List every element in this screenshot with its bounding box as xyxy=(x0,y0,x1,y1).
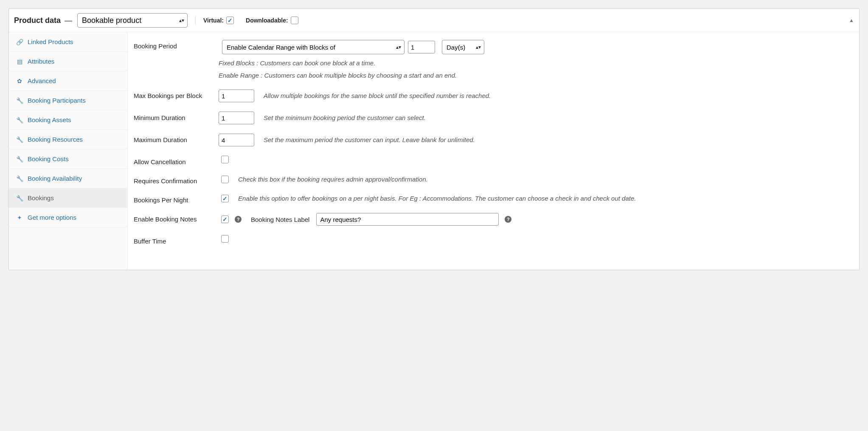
sidebar-item-label: Booking Participants xyxy=(28,97,86,104)
sidebar-item-label: Booking Assets xyxy=(28,116,71,123)
label-max-duration: Maximum Duration xyxy=(134,134,219,143)
sidebar-item-label: Booking Costs xyxy=(28,155,69,162)
help-icon[interactable]: ? xyxy=(235,216,242,223)
buffer-time-checkbox[interactable] xyxy=(221,235,229,243)
sidebar-item-booking-costs[interactable]: 🔧Booking Costs xyxy=(9,149,127,169)
hint-requires-confirm: Check this box if the booking requires a… xyxy=(238,175,853,185)
content: Booking Period Enable Calendar Range wit… xyxy=(128,32,859,270)
row-allow-cancel: Allow Cancellation xyxy=(134,156,853,165)
sidebar-item-booking-availability[interactable]: 🔧Booking Availability xyxy=(9,169,127,188)
downloadable-checkbox[interactable] xyxy=(291,17,298,24)
sidebar-item-attributes[interactable]: ▤Attributes xyxy=(9,52,127,71)
wrench-icon: 🔧 xyxy=(16,117,23,123)
wrench-icon: 🔧 xyxy=(16,175,23,182)
sidebar-item-label: Advanced xyxy=(28,77,56,84)
label-allow-cancel: Allow Cancellation xyxy=(134,156,219,165)
sidebar-item-linked-products[interactable]: 🔗Linked Products xyxy=(9,32,127,52)
panel-title: Product data — xyxy=(14,16,74,25)
downloadable-label-text: Downloadable: xyxy=(246,17,288,24)
hint-fixed-blocks: Fixed Blocks : Customers can book one bl… xyxy=(219,59,853,68)
hint-max-bookings: Allow multiple bookings for the same blo… xyxy=(264,91,853,101)
downloadable-label[interactable]: Downloadable: xyxy=(246,17,298,24)
sidebar-item-label: Booking Resources xyxy=(28,136,83,143)
booking-notes-label-input[interactable] xyxy=(316,213,499,226)
sidebar-item-booking-participants[interactable]: 🔧Booking Participants xyxy=(9,91,127,110)
sparkle-icon: ✦ xyxy=(16,214,23,221)
sidebar-item-label: Get more options xyxy=(28,214,76,221)
requires-confirm-checkbox[interactable] xyxy=(221,176,229,183)
sidebar-item-label: Bookings xyxy=(28,194,54,202)
sidebar-item-booking-assets[interactable]: 🔧Booking Assets xyxy=(9,110,127,130)
label-buffer-time: Buffer Time xyxy=(134,235,219,245)
list-icon: ▤ xyxy=(16,58,23,65)
sidebar-item-get-more-options[interactable]: ✦Get more options xyxy=(9,208,127,227)
sidebar-item-label: Attributes xyxy=(28,58,54,65)
row-max-bookings: Max Bookings per Block Allow multiple bo… xyxy=(134,90,853,102)
panel-header: Product data — Bookable product ▴▾ Virtu… xyxy=(9,9,859,32)
booking-period-blocks-input[interactable] xyxy=(408,41,435,53)
product-data-panel: Product data — Bookable product ▴▾ Virtu… xyxy=(8,8,860,270)
panel-title-dash: — xyxy=(65,16,72,25)
wrench-icon: 🔧 xyxy=(16,136,23,143)
virtual-label-text: Virtual: xyxy=(203,17,224,24)
sidebar-item-advanced[interactable]: ✿Advanced xyxy=(9,71,127,91)
panel-body: 🔗Linked Products▤Attributes✿Advanced🔧Boo… xyxy=(9,32,859,270)
wrench-icon: 🔧 xyxy=(16,97,23,104)
booking-notes-checkbox[interactable] xyxy=(221,216,229,223)
label-min-duration: Minimum Duration xyxy=(134,112,219,121)
booking-period-unit-select[interactable]: Day(s) xyxy=(442,40,484,54)
label-per-night: Bookings Per Night xyxy=(134,194,219,204)
virtual-label[interactable]: Virtual: xyxy=(203,17,234,24)
row-booking-period: Booking Period Enable Calendar Range wit… xyxy=(134,40,853,80)
row-buffer-time: Buffer Time xyxy=(134,235,853,245)
allow-cancel-checkbox[interactable] xyxy=(221,156,229,163)
panel-title-text: Product data xyxy=(14,16,61,25)
link-icon: 🔗 xyxy=(16,39,23,45)
sidebar-item-label: Booking Availability xyxy=(28,175,82,182)
per-night-checkbox[interactable] xyxy=(221,195,229,202)
virtual-checkbox[interactable] xyxy=(226,17,234,24)
label-booking-notes: Enable Booking Notes xyxy=(134,213,219,223)
sidebar: 🔗Linked Products▤Attributes✿Advanced🔧Boo… xyxy=(9,32,128,270)
row-per-night: Bookings Per Night Enable this option to… xyxy=(134,194,853,204)
header-separator xyxy=(195,16,196,25)
max-bookings-input[interactable] xyxy=(219,90,254,102)
row-requires-confirm: Requires Confirmation Check this box if … xyxy=(134,175,853,185)
sidebar-item-bookings[interactable]: 🔧Bookings xyxy=(9,188,127,208)
wrench-icon: 🔧 xyxy=(16,195,23,202)
label-max-bookings: Max Bookings per Block xyxy=(134,90,219,99)
sidebar-item-booking-resources[interactable]: 🔧Booking Resources xyxy=(9,130,127,149)
hint-min-duration: Set the minimum booking period the custo… xyxy=(264,113,853,123)
label-booking-period: Booking Period xyxy=(134,40,219,50)
row-min-duration: Minimum Duration Set the minimum booking… xyxy=(134,112,853,124)
label-booking-notes-inner: Booking Notes Label xyxy=(251,216,309,223)
help-icon[interactable]: ? xyxy=(505,216,511,223)
gear-icon: ✿ xyxy=(16,78,23,84)
min-duration-input[interactable] xyxy=(219,112,254,124)
collapse-toggle-icon[interactable]: ▲ xyxy=(849,17,854,23)
booking-period-mode-select[interactable]: Enable Calendar Range with Blocks of xyxy=(222,40,405,54)
wrench-icon: 🔧 xyxy=(16,156,23,162)
max-duration-input[interactable] xyxy=(219,134,254,146)
label-requires-confirm: Requires Confirmation xyxy=(134,175,219,185)
hint-max-duration: Set the maximum period the customer can … xyxy=(264,135,853,145)
row-max-duration: Maximum Duration Set the maximum period … xyxy=(134,134,853,146)
product-type-select[interactable]: Bookable product xyxy=(77,13,188,28)
row-booking-notes: Enable Booking Notes ? Booking Notes Lab… xyxy=(134,213,853,226)
sidebar-item-label: Linked Products xyxy=(28,38,73,45)
hint-per-night: Enable this option to offer bookings on … xyxy=(238,194,853,204)
hint-enable-range: Enable Range : Customers can book multip… xyxy=(219,71,853,81)
